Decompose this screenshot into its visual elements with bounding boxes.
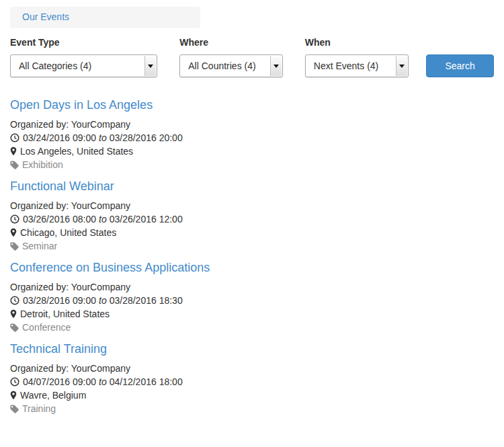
event-date-start: 03/26/2016 08:00 xyxy=(23,212,96,226)
event-dates: 04/07/2016 09:00 to 04/12/2016 18:00 xyxy=(10,375,494,389)
event-date-end: 03/28/2016 18:30 xyxy=(110,294,183,307)
event-type-select[interactable]: All Categories (4) xyxy=(10,54,157,77)
event-organizer: Organized by: YourCompany xyxy=(10,199,494,212)
event-type-label: Event Type xyxy=(10,37,157,48)
event-item: Technical Training Organized by: YourCom… xyxy=(10,342,494,415)
event-location: Chicago, United States xyxy=(10,226,494,239)
event-item: Conference on Business Applications Orga… xyxy=(10,261,494,334)
event-date-separator: to xyxy=(96,294,110,307)
event-dates: 03/26/2016 08:00 to 03/26/2016 12:00 xyxy=(10,212,494,226)
event-dates: 03/24/2016 09:00 to 03/28/2016 20:00 xyxy=(10,131,494,145)
where-selected-value: All Countries (4) xyxy=(188,60,255,71)
when-label: When xyxy=(305,37,409,48)
tag-icon xyxy=(10,405,19,413)
caret-down-icon xyxy=(144,56,156,76)
event-date-start: 04/07/2016 09:00 xyxy=(23,375,96,389)
event-title-link[interactable]: Conference on Business Applications xyxy=(10,261,210,274)
event-item: Open Days in Los Angeles Organized by: Y… xyxy=(10,98,494,171)
event-location: Los Angeles, United States xyxy=(10,145,494,158)
map-marker-icon xyxy=(10,147,17,156)
event-title: Functional Webinar xyxy=(10,179,494,193)
event-title-link[interactable]: Open Days in Los Angeles xyxy=(10,98,153,112)
event-location: Detroit, United States xyxy=(10,307,494,321)
event-organizer: Organized by: YourCompany xyxy=(10,280,494,294)
event-location-text: Los Angeles, United States xyxy=(20,145,133,158)
event-dates: 03/28/2016 09:00 to 03/28/2016 18:30 xyxy=(10,294,494,307)
event-location-text: Wavre, Belgium xyxy=(20,389,86,402)
event-date-start: 03/24/2016 09:00 xyxy=(23,131,96,145)
tag-icon xyxy=(10,161,19,169)
event-date-separator: to xyxy=(96,212,110,226)
caret-down-icon xyxy=(396,56,407,76)
where-select[interactable]: All Countries (4) xyxy=(179,54,283,77)
events-page: Our Events Event Type All Categories (4)… xyxy=(0,0,504,415)
clock-icon xyxy=(10,377,19,387)
where-label: Where xyxy=(179,37,283,48)
event-category: Conference xyxy=(10,321,494,334)
clock-icon xyxy=(10,133,19,143)
event-category: Seminar xyxy=(10,239,494,253)
caret-down-icon xyxy=(270,56,282,76)
search-button[interactable]: Search xyxy=(426,54,494,77)
event-category: Exhibition xyxy=(10,158,494,171)
event-date-end: 04/12/2016 18:00 xyxy=(110,375,183,389)
breadcrumb: Our Events xyxy=(10,7,200,28)
when-selected-value: Next Events (4) xyxy=(314,60,378,71)
event-title: Conference on Business Applications xyxy=(10,261,494,274)
event-title: Technical Training xyxy=(10,342,494,356)
event-location-text: Detroit, United States xyxy=(20,307,110,321)
event-date-start: 03/28/2016 09:00 xyxy=(23,294,96,307)
events-list: Open Days in Los Angeles Organized by: Y… xyxy=(10,98,494,415)
when-select[interactable]: Next Events (4) xyxy=(305,54,409,77)
event-title-link[interactable]: Functional Webinar xyxy=(10,179,114,193)
event-category-text: Seminar xyxy=(22,239,57,253)
map-marker-icon xyxy=(10,391,17,400)
filter-group-event-type: Event Type All Categories (4) xyxy=(10,37,157,77)
event-title-link[interactable]: Technical Training xyxy=(10,342,107,356)
event-type-selected-value: All Categories (4) xyxy=(19,60,91,71)
event-category-text: Conference xyxy=(22,321,71,334)
breadcrumb-our-events-link[interactable]: Our Events xyxy=(22,11,69,22)
event-organizer: Organized by: YourCompany xyxy=(10,118,494,131)
filter-group-where: Where All Countries (4) xyxy=(179,37,283,77)
map-marker-icon xyxy=(10,228,17,237)
tag-icon xyxy=(10,242,19,251)
event-item: Functional Webinar Organized by: YourCom… xyxy=(10,179,494,253)
event-date-end: 03/28/2016 20:00 xyxy=(110,131,183,145)
event-title: Open Days in Los Angeles xyxy=(10,98,494,112)
event-date-end: 03/26/2016 12:00 xyxy=(110,212,183,226)
event-organizer: Organized by: YourCompany xyxy=(10,362,494,375)
clock-icon xyxy=(10,296,19,305)
event-category-text: Training xyxy=(22,402,56,415)
event-category-text: Exhibition xyxy=(22,158,63,171)
tag-icon xyxy=(10,323,19,332)
event-search-filters: Event Type All Categories (4) Where All … xyxy=(10,37,494,77)
event-date-separator: to xyxy=(96,375,110,389)
filter-group-when: When Next Events (4) xyxy=(305,37,409,77)
event-location-text: Chicago, United States xyxy=(20,226,116,239)
clock-icon xyxy=(10,214,19,224)
map-marker-icon xyxy=(10,309,17,319)
event-location: Wavre, Belgium xyxy=(10,389,494,402)
event-category: Training xyxy=(10,402,494,415)
event-date-separator: to xyxy=(96,131,110,145)
